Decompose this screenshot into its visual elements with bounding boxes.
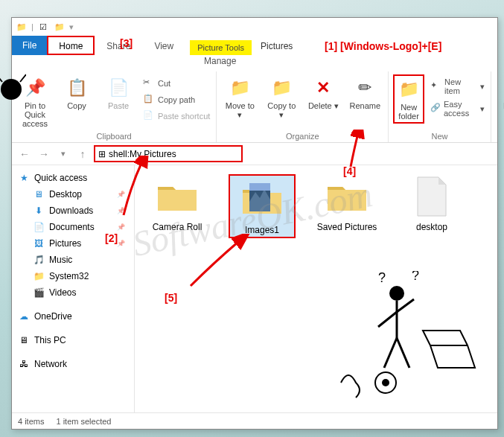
item-label: Saved Pictures (317, 222, 377, 232)
copy-to-button[interactable]: 📁 Copy to ▾ (263, 74, 300, 121)
folder-saved-pictures[interactable]: Saved Pictures (313, 174, 380, 232)
new-item-button[interactable]: ✦New item ▾ (429, 76, 486, 97)
svg-line-7 (378, 312, 397, 327)
delete-button[interactable]: ✕ Delete ▾ (304, 74, 342, 112)
copy-path-icon: 📋 (143, 94, 155, 106)
nav-network[interactable]: 🖧Network (12, 356, 134, 372)
svg-line-1 (0, 74, 2, 82)
cut-icon: ✂ (143, 77, 155, 89)
forward-button[interactable]: → (36, 146, 52, 162)
annotation-2: [2] (105, 232, 118, 244)
svg-line-9 (384, 338, 397, 368)
paste-button: 📄 Paste (100, 74, 137, 112)
properties-button[interactable]: ✔ Prope (496, 74, 504, 112)
annotation-3: [3] (120, 37, 133, 49)
svg-line-2 (20, 74, 26, 82)
rename-button[interactable]: ✏ Rename (346, 74, 383, 112)
nav-music[interactable]: 🎵Music (12, 252, 134, 268)
tab-file[interactable]: File (12, 36, 47, 55)
delete-icon: ✕ (311, 76, 335, 100)
tab-view[interactable]: View (142, 36, 185, 55)
checkbox-icon[interactable]: ☑ (36, 20, 50, 34)
file-desktop[interactable]: desktop (398, 174, 465, 232)
copy-to-icon: 📁 (269, 76, 293, 100)
ribbon: 📌 Pin to Quick access 📋 Copy 📄 Paste ✂Cu… (12, 71, 497, 143)
cut-button[interactable]: ✂Cut (141, 76, 211, 91)
svg-point-5 (389, 286, 404, 301)
window-title: Pictures (252, 37, 302, 55)
svg-rect-4 (249, 183, 270, 191)
annotation-5: [5] (165, 292, 177, 304)
paste-shortcut-icon: 📄 (143, 110, 155, 122)
thumbnail-picture-icon (249, 183, 270, 211)
documents-icon: 📄 (33, 221, 45, 233)
svg-text:?: ? (412, 271, 419, 283)
videos-icon: 🎬 (33, 287, 45, 299)
folder-icon (325, 178, 369, 215)
new-folder-icon: 📁 (397, 77, 421, 101)
nav-system32[interactable]: 📁System32 (12, 268, 134, 284)
nav-onedrive[interactable]: ☁OneDrive (12, 308, 134, 325)
svg-point-0 (1, 79, 22, 100)
easy-access-button[interactable]: 🔗Easy access ▾ (429, 98, 486, 119)
svg-line-8 (397, 299, 414, 312)
easy-access-icon: 🔗 (430, 103, 441, 115)
copy-icon: 📋 (65, 76, 89, 100)
ribbon-group-new: New (393, 130, 485, 141)
desktop-icon: 🖥 (33, 188, 45, 200)
quick-access-toolbar: 📁 | ☑ 📁 ▾ (12, 18, 497, 36)
file-icon (415, 176, 449, 217)
downloads-icon: ⬇ (33, 205, 45, 217)
new-item-icon: ✦ (430, 80, 441, 92)
move-to-button[interactable]: 📁 Move to ▾ (221, 74, 258, 121)
onedrive-icon: ☁ (18, 310, 30, 322)
recent-locations-button[interactable]: ▾ (55, 146, 71, 162)
folder-images1[interactable]: Images1 (229, 174, 296, 238)
annotation-arrow-5 (183, 234, 258, 293)
nav-videos[interactable]: 🎬Videos (12, 284, 134, 301)
pin-icon: 📌 (23, 76, 47, 100)
explorer-window: 📁 | ☑ 📁 ▾ [3] [1] [Windows-Logo]+[E] Fil… (11, 17, 498, 430)
quick-access-icon: ★ (18, 172, 30, 184)
address-bar-row: ← → ▾ ↑ ⊞ shell:My Pictures (12, 143, 497, 165)
folder-icon: 📁 (33, 270, 45, 282)
up-button[interactable]: ↑ (74, 146, 91, 162)
move-to-icon: 📁 (228, 76, 252, 100)
decor-beetle-left (0, 60, 26, 149)
annotation-arrow-2 (101, 156, 161, 223)
annotation-arrow-4 (336, 130, 380, 174)
folder-icon: 📁 (15, 20, 28, 34)
item-label: Camera Roll (153, 222, 202, 232)
item-label: desktop (416, 222, 447, 232)
network-icon: 🖧 (18, 358, 30, 370)
music-icon: 🎵 (33, 254, 45, 266)
rename-icon: ✏ (353, 76, 377, 100)
svg-line-10 (397, 338, 409, 368)
tab-manage[interactable]: Manage (194, 52, 246, 71)
svg-text:?: ? (378, 271, 386, 285)
nav-this-pc[interactable]: 🖥This PC (12, 332, 134, 348)
status-bar: 4 items 1 item selected (12, 412, 497, 429)
copy-path-button[interactable]: 📋Copy path (141, 92, 211, 107)
status-item-count: 4 items (18, 417, 44, 426)
tab-home[interactable]: Home (47, 36, 95, 55)
annotation-1: [1] [Windows-Logo]+[E] (325, 40, 441, 52)
paste-icon: 📄 (106, 76, 130, 100)
pictures-icon: 🖼 (33, 237, 45, 249)
folder-icon (155, 178, 200, 215)
paste-shortcut-button: 📄Paste shortcut (141, 109, 211, 124)
tab-share[interactable]: Share (95, 36, 142, 55)
new-folder-button[interactable]: 📁 New folder (393, 74, 424, 124)
status-selected: 1 item selected (56, 417, 111, 426)
svg-point-14 (382, 379, 389, 386)
folder-small-icon: 📁 (53, 20, 66, 34)
decor-confused-figure: ? ? (319, 271, 482, 405)
ribbon-group-clipboard: Clipboard (16, 130, 211, 141)
copy-button[interactable]: 📋 Copy (58, 74, 95, 112)
this-pc-icon: 🖥 (18, 334, 30, 346)
annotation-4: [4] (343, 165, 356, 177)
